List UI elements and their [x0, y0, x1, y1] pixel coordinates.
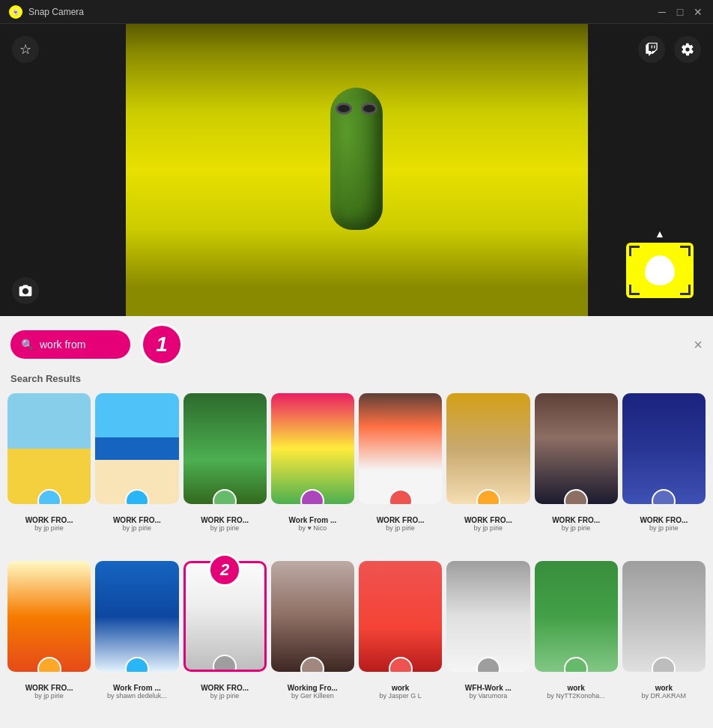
lens-thumbnail — [359, 561, 442, 672]
lens-thumbnail — [183, 393, 267, 504]
lens-creator-avatar — [125, 657, 149, 672]
snapcode-panel: ▲ — [619, 222, 701, 304]
lens-author-label: by jp pirie — [183, 524, 267, 532]
lens-name-label: Work From ... — [95, 684, 178, 692]
lens-number-badge: 2 — [208, 553, 241, 586]
lens-author-label: by jp pirie — [535, 524, 618, 532]
lens-author-label: by ♥ Nico — [271, 524, 354, 532]
lens-item[interactable]: WORK FRO...by jp pirie — [183, 393, 267, 556]
lens-thumbnail — [95, 561, 178, 672]
app-logo: 👻 — [9, 5, 22, 19]
svg-text:👻: 👻 — [12, 8, 19, 16]
lens-name-label: WORK FRO... — [7, 516, 91, 524]
lens-thumbnail — [7, 561, 91, 672]
lens-name-label: WORK FRO... — [183, 684, 267, 692]
lens-item[interactable]: WORK FRO...by jp pirie — [359, 393, 442, 556]
lens-name-label: Working Fro... — [271, 684, 354, 692]
lens-author-label: by jp pirie — [183, 692, 267, 700]
lens-thumbnail — [271, 561, 354, 672]
pickle-eye-left — [336, 103, 352, 115]
lens-item[interactable]: Work From ...by shawn dedeluk... — [95, 561, 178, 724]
pickle-body — [330, 88, 383, 230]
lens-creator-avatar — [37, 489, 61, 504]
lens-author-label: by shawn dedeluk... — [95, 692, 178, 700]
snapcode-arrow: ▲ — [655, 228, 665, 240]
lens-name-label: work — [359, 684, 442, 692]
window-controls: ─ □ ✕ — [656, 6, 704, 18]
lens-thumbnail — [95, 393, 178, 504]
lens-author-label: by Jasper G L — [359, 692, 442, 700]
lens-creator-avatar — [389, 489, 413, 504]
close-button[interactable]: ✕ — [692, 6, 704, 18]
lens-author-label: by Varumora — [446, 692, 530, 700]
favorites-area: ☆ — [12, 36, 39, 63]
lens-creator-avatar — [476, 657, 500, 672]
search-value: work from — [40, 339, 85, 351]
lens-creator-avatar — [564, 489, 588, 504]
lens-author-label: by jp pirie — [446, 524, 530, 532]
lens-thumbnail — [446, 561, 530, 672]
lens-author-label: by jp pirie — [95, 524, 178, 532]
camera-area: ☆ — [0, 24, 713, 316]
lens-thumbnail — [7, 393, 91, 504]
lens-name-label: WORK FRO... — [95, 516, 178, 524]
app-title: Snap Camera — [28, 7, 84, 17]
lens-author-label: by jp pirie — [7, 524, 91, 532]
lens-thumbnail — [535, 561, 618, 672]
lens-name-label: WORK FRO... — [183, 516, 267, 524]
lens-creator-avatar — [300, 489, 324, 504]
minimize-button[interactable]: ─ — [656, 6, 668, 18]
lens-creator-avatar — [564, 657, 588, 672]
lens-thumbnail — [622, 561, 706, 672]
lens-item[interactable]: WORK FRO...by jp pirie — [7, 561, 91, 724]
lens-item[interactable]: 2WORK FRO...by jp pirie — [183, 561, 267, 724]
lens-item[interactable]: workby DR.AKRAM — [622, 561, 706, 724]
snapcode-ghost — [645, 255, 675, 285]
lens-name-label: WORK FRO... — [535, 516, 618, 524]
settings-button[interactable] — [674, 36, 701, 63]
lens-thumbnail — [359, 393, 442, 504]
lens-item[interactable]: WORK FRO...by jp pirie — [7, 393, 91, 556]
lens-creator-avatar — [213, 655, 237, 672]
lens-badge-1: 1 — [141, 324, 183, 365]
camera-top-icons — [638, 36, 701, 63]
app-container: ☆ — [0, 24, 713, 728]
lens-item[interactable]: workby NyTT2Konoha... — [535, 561, 618, 724]
maximize-button[interactable]: □ — [674, 6, 686, 18]
search-box[interactable]: 🔍 work from — [10, 330, 130, 359]
lens-name-label: WFH-Work ... — [446, 684, 530, 692]
camera-preview — [126, 24, 588, 316]
lens-item[interactable]: Working Fro...by Ger Killeen — [271, 561, 354, 724]
close-search-button[interactable]: × — [694, 336, 703, 354]
snapcode-qr — [626, 243, 694, 298]
twitch-button[interactable] — [638, 36, 665, 63]
lens-name-label: WORK FRO... — [446, 516, 530, 524]
lens-thumbnail — [271, 393, 354, 504]
lens-name-label: WORK FRO... — [622, 516, 706, 524]
lens-creator-avatar — [476, 489, 500, 504]
lens-item[interactable]: workby Jasper G L — [359, 561, 442, 724]
lens-name-label: WORK FRO... — [359, 516, 442, 524]
lens-author-label: by jp pirie — [622, 524, 706, 532]
lens-creator-avatar — [37, 657, 61, 672]
lens-preview-subject — [327, 88, 386, 237]
lens-creator-avatar — [125, 489, 149, 504]
lens-item[interactable]: WORK FRO...by jp pirie — [95, 393, 178, 556]
camera-flip-button[interactable] — [12, 277, 39, 304]
lens-author-label: by jp pirie — [359, 524, 442, 532]
favorites-button[interactable]: ☆ — [12, 36, 39, 63]
lens-thumbnail — [622, 393, 706, 504]
search-header: 🔍 work from 1 × — [0, 316, 713, 373]
lens-item[interactable]: WORK FRO...by jp pirie — [622, 393, 706, 556]
title-bar: 👻 Snap Camera ─ □ ✕ — [0, 0, 713, 24]
lens-creator-avatar — [300, 657, 324, 672]
lens-item[interactable]: WORK FRO...by jp pirie — [535, 393, 618, 556]
lens-item[interactable]: WFH-Work ...by Varumora — [446, 561, 530, 724]
lens-author-label: by Ger Killeen — [271, 692, 354, 700]
search-icon: 🔍 — [21, 339, 34, 351]
lens-item[interactable]: Work From ...by ♥ Nico — [271, 393, 354, 556]
lens-author-label: by jp pirie — [7, 692, 91, 700]
lens-item[interactable]: WORK FRO...by jp pirie — [446, 393, 530, 556]
lens-creator-avatar — [389, 657, 413, 672]
pickle-eye-right — [361, 103, 377, 115]
